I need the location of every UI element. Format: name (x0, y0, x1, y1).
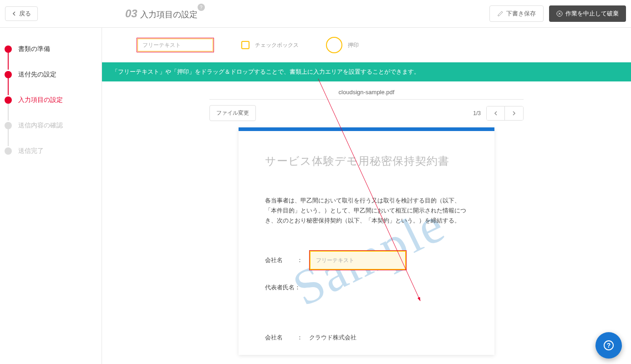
sidebar-step-fields[interactable]: 入力項目の設定 (5, 92, 97, 108)
tool-checkbox[interactable]: チェックボックス (241, 41, 299, 49)
sidebar: 書類の準備 送付先の設定 入力項目の設定 送信内容の確認 送信完了 (0, 28, 102, 364)
document-header: cloudsign-sample.pdf (102, 81, 631, 100)
back-button[interactable]: 戻る (5, 6, 38, 21)
prev-page-button[interactable] (487, 106, 505, 120)
sidebar-step-confirm[interactable]: 送信内容の確認 (5, 118, 97, 133)
help-icon[interactable]: ? (198, 4, 205, 11)
page-indicator: 1/3 (473, 110, 481, 116)
step-dot-icon (5, 122, 12, 129)
header: 戻る 03 入力項目の設定 ? 下書き保存 作業を中止して破棄 (0, 0, 631, 28)
header-actions: 下書き保存 作業を中止して破棄 (489, 5, 626, 22)
step-dot-icon (5, 46, 12, 53)
step-dot-icon (5, 71, 12, 78)
seal-icon (326, 37, 342, 53)
document-title: サービス体験デモ用秘密保持契約書 (265, 154, 468, 168)
discard-button[interactable]: 作業を中止して破棄 (549, 5, 626, 22)
step-title-text: 入力項目の設定 (140, 9, 198, 20)
step-number: 03 (125, 7, 137, 20)
main-content: フリーテキスト チェックボックス 押印 「フリーテキスト」や「押印」をドラッグ＆… (102, 28, 631, 364)
edit-icon (497, 10, 504, 17)
field-company2: 会社名 ： クラウド株式会社 (265, 330, 468, 345)
document-filename: cloudsign-sample.pdf (209, 89, 524, 100)
save-draft-button[interactable]: 下書き保存 (489, 5, 544, 22)
help-fab-button[interactable]: ? (595, 332, 622, 359)
sidebar-step-complete: 送信完了 (5, 143, 97, 159)
document-controls: ファイル変更 1/3 (102, 100, 631, 121)
checkbox-icon (241, 41, 249, 49)
tool-freetext[interactable]: フリーテキスト (137, 38, 214, 52)
page-title: 03 入力項目の設定 ? (125, 7, 198, 20)
file-change-button[interactable]: ファイル変更 (209, 105, 256, 121)
question-icon: ? (603, 340, 614, 351)
document-page[interactable]: Sample サービス体験デモ用秘密保持契約書 各当事者は、甲乙間において取引を… (239, 127, 494, 355)
next-page-button[interactable] (505, 106, 523, 120)
chevron-left-icon (494, 111, 498, 116)
step-dot-icon (5, 147, 12, 155)
sidebar-step-recipients[interactable]: 送付先の設定 (5, 67, 97, 82)
field-company: 会社名 ： フリーテキスト (265, 253, 468, 268)
sidebar-step-documents[interactable]: 書類の準備 (5, 41, 97, 57)
dropped-freetext-field[interactable]: フリーテキスト (309, 250, 407, 270)
info-banner: 「フリーテキスト」や「押印」をドラッグ＆ドロップすることで、書類上に入力エリアを… (102, 62, 631, 81)
document-paragraph: 各当事者は、甲乙間において取引を行う又は取引を検討する目的（以下、「本件目的」と… (265, 196, 468, 226)
chevron-left-icon (12, 11, 16, 16)
close-circle-icon (556, 10, 563, 17)
back-label: 戻る (19, 10, 31, 18)
field-representative: 代表者氏名： (265, 280, 468, 295)
tool-palette: フリーテキスト チェックボックス 押印 (102, 28, 631, 62)
tool-seal[interactable]: 押印 (326, 37, 359, 53)
step-dot-icon (5, 96, 12, 104)
pager: 1/3 (473, 106, 524, 121)
svg-text:?: ? (607, 342, 611, 349)
chevron-right-icon (512, 111, 516, 116)
document-topbar (239, 127, 494, 131)
